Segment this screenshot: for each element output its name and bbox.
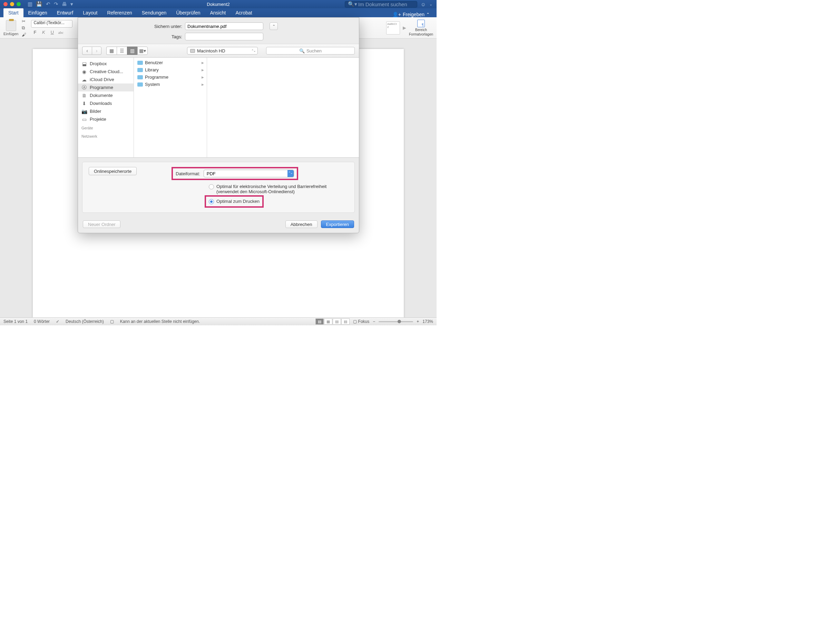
finder-search-input[interactable]: 🔍 Suchen [266, 47, 355, 55]
page-indicator[interactable]: Seite 1 von 1 [3, 319, 28, 324]
draft-view-icon[interactable]: ▤ [341, 318, 350, 325]
back-button[interactable]: ‹ [82, 47, 92, 55]
styles-pane-button[interactable]: Bereich Formatvorlagen [409, 20, 433, 36]
folder-programme[interactable]: Programme [134, 74, 207, 81]
share-icon: 👤+ [392, 12, 401, 17]
folder-library[interactable]: Library [134, 66, 207, 74]
cancel-button[interactable]: Abbrechen [286, 221, 317, 228]
docs-icon: 🗎 [81, 93, 87, 98]
preview-column [207, 58, 359, 157]
sidebar: ⬓Dropbox ◉Creative Cloud... ☁iCloud Driv… [78, 58, 134, 157]
icon-view-button[interactable]: ▦ [106, 47, 117, 55]
export-button[interactable]: Exportieren [321, 221, 354, 228]
folder-benutzer[interactable]: Benutzer [134, 59, 207, 66]
online-storage-button[interactable]: Onlinespeicherorte [89, 167, 137, 175]
tags-input[interactable] [185, 33, 263, 40]
radio-electronic[interactable]: Optimal für elektronische Verteilung und… [209, 183, 348, 195]
format-selector[interactable]: PDF [204, 170, 294, 177]
tab-design[interactable]: Entwurf [52, 8, 78, 17]
search-icon: 🔍 [299, 48, 305, 54]
print-layout-view-icon[interactable]: ▤ [316, 318, 324, 325]
search-icon: 🔍▾ [348, 1, 357, 7]
web-layout-view-icon[interactable]: ▦ [324, 318, 332, 325]
language-indicator[interactable]: Deutsch (Österreich) [66, 319, 104, 324]
sidebar-item-creative-cloud[interactable]: ◉Creative Cloud... [78, 68, 134, 76]
tab-mailings[interactable]: Sendungen [137, 8, 172, 17]
cut-icon[interactable]: ✂ [22, 19, 26, 24]
tab-start[interactable]: Start [3, 8, 24, 17]
sidebar-item-icloud[interactable]: ☁iCloud Drive [78, 76, 134, 84]
download-icon: ⬇ [81, 101, 87, 106]
print-icon[interactable]: 🖶 [62, 1, 67, 7]
tab-review[interactable]: Überprüfen [171, 8, 205, 17]
sidebar-item-projects[interactable]: ▭Projekte [78, 115, 134, 123]
italic-button[interactable]: K [40, 29, 47, 36]
overflow-icon[interactable]: ▾ [70, 1, 73, 7]
radio-checked-icon [209, 199, 214, 204]
spellcheck-icon[interactable]: ✓ [56, 319, 59, 324]
zoom-slider[interactable] [379, 321, 413, 322]
search-input[interactable]: 🔍▾ Im Dokument suchen [345, 1, 417, 8]
sidebar-item-documents[interactable]: 🗎Dokumente [78, 91, 134, 99]
sidebar-item-dropbox[interactable]: ⬓Dropbox [78, 60, 134, 68]
tab-references[interactable]: Referenzen [102, 8, 137, 17]
redo-icon[interactable]: ↷ [54, 1, 58, 7]
underline-button[interactable]: U [48, 29, 56, 36]
titlebar: ▥ 💾 ↶ ↷ 🖶 ▾ Dokument2 🔍▾ Im Dokument suc… [0, 0, 437, 8]
undo-icon[interactable]: ↶ [46, 1, 51, 7]
style-next-icon[interactable]: ▶ [403, 25, 406, 30]
clipboard-icon [6, 20, 16, 31]
zoom-icon[interactable] [17, 2, 21, 6]
close-icon[interactable] [3, 2, 8, 6]
filename-input[interactable] [185, 22, 263, 30]
sidebar-item-programme[interactable]: ⒶProgramme [78, 84, 134, 91]
accessibility-icon[interactable]: ▢ [110, 319, 114, 324]
forward-button[interactable]: › [92, 47, 101, 55]
tags-label: Tags: [85, 34, 182, 39]
sidebar-toggle-icon[interactable]: ▥ [28, 1, 32, 7]
style-thumbnail[interactable]: AaBbCt 2 [386, 21, 400, 35]
minimize-icon[interactable] [10, 2, 14, 6]
tab-insert[interactable]: Einfügen [24, 8, 52, 17]
location-selector[interactable]: Macintosh HD [187, 47, 258, 55]
format-painter-icon[interactable]: 🖌 [22, 32, 26, 37]
copy-icon[interactable]: ⧉ [22, 25, 26, 31]
zoom-level[interactable]: 173% [422, 319, 433, 324]
save-icon[interactable]: 💾 [36, 1, 43, 7]
strike-button[interactable]: abc [57, 29, 65, 36]
focus-button[interactable]: ▢ Fokus [353, 319, 369, 324]
file-browser: ⬓Dropbox ◉Creative Cloud... ☁iCloud Driv… [78, 58, 359, 158]
apps-icon: Ⓐ [81, 85, 87, 90]
folder-icon [137, 82, 143, 87]
zoom-out-icon[interactable]: − [373, 319, 375, 324]
outline-view-icon[interactable]: ▤ [333, 318, 341, 325]
folder-icon [137, 68, 143, 72]
sidebar-item-pictures[interactable]: 📷Bilder [78, 107, 134, 115]
share-button[interactable]: 👤+ Freigeben ⌃ [392, 12, 433, 17]
cloud-icon: ☁ [81, 77, 87, 82]
font-selector[interactable]: Calibri (Textkör... [31, 20, 72, 28]
tab-view[interactable]: Ansicht [205, 8, 231, 17]
collapse-button[interactable]: ⌃ [270, 22, 278, 30]
new-folder-button[interactable]: Neuer Ordner [83, 221, 120, 228]
bold-button[interactable]: F [31, 29, 39, 36]
sidebar-item-downloads[interactable]: ⬇Downloads [78, 99, 134, 107]
word-count[interactable]: 0 Wörter [34, 319, 50, 324]
feedback-chevron-icon[interactable]: ⌄ [429, 2, 433, 6]
chevron-up-icon[interactable]: ⌃ [426, 12, 429, 17]
feedback-icon[interactable]: ☺ [421, 2, 426, 7]
paste-button[interactable]: Einfügen [3, 20, 18, 36]
print-highlight: Optimal zum Drucken [205, 195, 264, 208]
insert-status: Kann an der aktuellen Stelle nicht einfü… [120, 319, 200, 324]
tab-acrobat[interactable]: Acrobat [231, 8, 257, 17]
gallery-view-button[interactable]: ▦▾ [137, 47, 148, 55]
folder-system[interactable]: System [134, 81, 207, 88]
radio-print[interactable]: Optimal zum Drucken [209, 198, 259, 205]
network-header: Netzwerk [78, 131, 134, 140]
folder-icon: ▭ [81, 117, 87, 122]
tab-layout[interactable]: Layout [78, 8, 102, 17]
zoom-in-icon[interactable]: + [417, 319, 419, 324]
list-view-button[interactable]: ☰ [117, 47, 127, 55]
quick-access-toolbar: ▥ 💾 ↶ ↷ 🖶 ▾ [28, 1, 73, 7]
column-view-button[interactable]: ▥ [127, 47, 137, 55]
